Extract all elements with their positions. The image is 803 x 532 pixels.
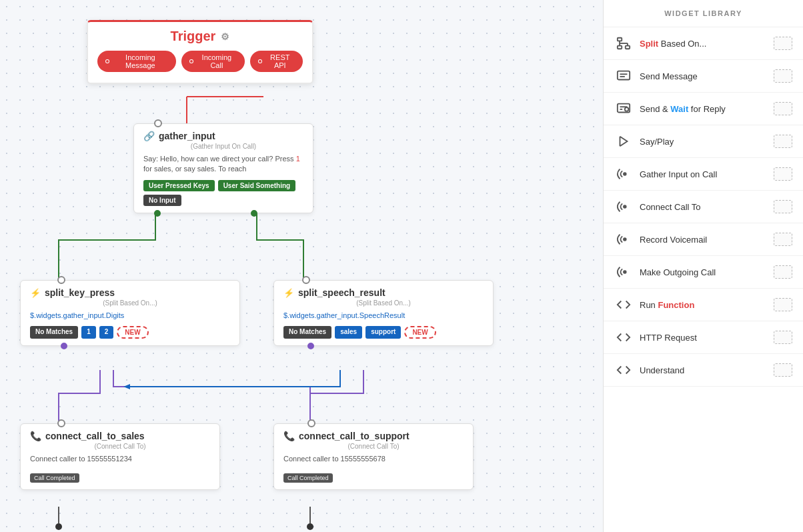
badge-new-key[interactable]: NEW [117, 326, 148, 339]
connect-call-icon [614, 197, 633, 216]
incoming-call-label: Incoming Call [197, 53, 237, 69]
split-key-title: ⚡ split_key_press [30, 287, 230, 298]
understand-drag-handle[interactable] [774, 363, 792, 377]
call-completed-badge-support: Call Completed [283, 473, 333, 483]
split-key-connector-in [57, 276, 65, 284]
badge-no-matches-speech[interactable]: No Matches [283, 326, 331, 339]
gather-input-icon [614, 165, 633, 183]
http-request-label: HTTP Request [640, 333, 774, 343]
svg-point-25 [625, 107, 629, 111]
understand-label: Understand [640, 365, 774, 375]
badge-support[interactable]: support [365, 326, 401, 339]
key-highlight: 1 [296, 155, 300, 163]
gather-input-node[interactable]: 🔗 gather_input (Gather Input On Call) Sa… [133, 123, 313, 213]
split-speech-outputs: No Matches sales support NEW [283, 326, 484, 339]
badge-new-speech[interactable]: NEW [404, 326, 436, 339]
svg-rect-12 [618, 38, 622, 41]
split-speech-node[interactable]: ⚡ split_speech_result (Split Based On...… [273, 280, 494, 346]
http-request-drag-handle[interactable] [774, 331, 792, 344]
connect-sales-node[interactable]: 📞 connect_call_to_sales (Connect Call To… [20, 423, 220, 490]
run-function-icon [614, 295, 633, 314]
widget-record-voicemail[interactable]: Record Voicemail [604, 223, 803, 256]
badge-2[interactable]: 2 [99, 326, 114, 339]
split-key-title-text: split_key_press [45, 287, 115, 298]
badge-no-input[interactable]: No Input [143, 195, 181, 206]
connect-support-title: 📞 connect_call_to_support [283, 431, 464, 441]
gear-icon[interactable]: ⚙ [221, 31, 229, 42]
svg-rect-14 [618, 46, 622, 49]
svg-point-27 [624, 205, 626, 208]
svg-rect-19 [618, 71, 630, 80]
connect-support-node[interactable]: 📞 connect_call_to_support (Connect Call … [273, 423, 474, 490]
rest-api-btn[interactable]: REST API [250, 51, 303, 72]
make-call-icon [614, 263, 633, 281]
widget-send-wait[interactable]: Send & Wait for Reply [604, 93, 803, 125]
gather-input-drag-handle[interactable] [774, 167, 792, 181]
widget-connect-call-to[interactable]: Connect Call To [604, 191, 803, 223]
badge-user-pressed[interactable]: User Pressed Keys [143, 180, 215, 191]
trigger-node[interactable]: Trigger ⚙ Incoming Message Incoming Call… [87, 20, 313, 84]
split-speech-icon: ⚡ [283, 288, 294, 298]
say-play-drag-handle[interactable] [774, 135, 792, 148]
widget-split-based-on[interactable]: Split Based On... [604, 27, 803, 60]
widget-run-function[interactable]: Run Function [604, 289, 803, 321]
flow-canvas[interactable]: Trigger ⚙ Incoming Message Incoming Call… [0, 0, 603, 532]
svg-rect-13 [626, 46, 630, 49]
call-completed-sales: Call Completed [30, 469, 210, 483]
make-call-drag-handle[interactable] [774, 265, 792, 279]
gather-subtitle: (Gather Input On Call) [143, 143, 303, 150]
badge-no-matches-key[interactable]: No Matches [30, 326, 78, 339]
run-function-label: Run Function [640, 300, 774, 310]
btn-dot-3 [258, 59, 262, 63]
badge-sales[interactable]: sales [335, 326, 362, 339]
widget-http-request[interactable]: HTTP Request [604, 321, 803, 354]
widget-say-play[interactable]: Say/Play [604, 125, 803, 158]
say-play-icon [614, 132, 633, 151]
split-speech-out-1 [307, 343, 314, 349]
send-wait-label: Send & Wait for Reply [640, 104, 774, 114]
gather-outputs: User Pressed Keys User Said Something No… [143, 180, 303, 206]
split-key-body: $.widgets.gather_input.Digits [30, 311, 230, 321]
widget-send-message[interactable]: Send Message [604, 60, 803, 93]
split-key-icon: ⚡ [30, 288, 41, 298]
gather-body-text: Say: Hello, how can we direct your call?… [143, 155, 300, 173]
split-key-out-1 [61, 343, 67, 349]
record-voicemail-drag-handle[interactable] [774, 233, 792, 246]
btn-dot [105, 59, 109, 63]
split-key-press-node[interactable]: ⚡ split_key_press (Split Based On...) $.… [20, 280, 240, 346]
connect-call-label: Connect Call To [640, 202, 774, 212]
trigger-title: Trigger ⚙ [97, 29, 303, 44]
run-function-drag-handle[interactable] [774, 298, 792, 311]
badge-1[interactable]: 1 [81, 326, 96, 339]
svg-marker-7 [123, 384, 130, 389]
sidebar-header: WIDGET LIBRARY [604, 0, 803, 27]
gather-said-out [251, 210, 257, 217]
send-message-drag-handle[interactable] [774, 69, 792, 83]
widget-gather-input[interactable]: Gather Input on Call [604, 158, 803, 191]
connect-sales-title: 📞 connect_call_to_sales [30, 431, 210, 441]
widget-make-outgoing-call[interactable]: Make Outgoing Call [604, 256, 803, 289]
trigger-buttons: Incoming Message Incoming Call REST API [97, 51, 303, 72]
trigger-label: Trigger [171, 29, 216, 44]
svg-point-28 [624, 238, 626, 241]
connect-call-drag-handle[interactable] [774, 200, 792, 213]
rest-api-label: REST API [265, 53, 295, 69]
connect-sales-icon: 📞 [30, 431, 41, 441]
record-voicemail-icon [614, 230, 633, 249]
widget-understand[interactable]: Understand [604, 354, 803, 387]
http-request-icon [614, 328, 633, 347]
split-key-subtitle: (Split Based On...) [30, 299, 230, 307]
make-outgoing-call-label: Make Outgoing Call [640, 267, 774, 277]
split-speech-subtitle: (Split Based On...) [283, 299, 484, 307]
svg-point-29 [624, 271, 626, 273]
connect-support-subtitle: (Connect Call To) [283, 443, 464, 450]
split-drag-handle[interactable] [774, 37, 792, 50]
split-key-body-text: $.widgets.gather_input.Digits [30, 311, 124, 319]
send-wait-drag-handle[interactable] [774, 102, 792, 115]
split-icon [614, 34, 633, 53]
widget-library-sidebar: WIDGET LIBRARY Split Based On... Se [603, 0, 803, 532]
badge-user-said[interactable]: User Said Something [218, 180, 296, 191]
incoming-call-btn[interactable]: Incoming Call [181, 51, 245, 72]
incoming-message-btn[interactable]: Incoming Message [97, 51, 176, 72]
split-label: Split Based On... [640, 39, 774, 49]
